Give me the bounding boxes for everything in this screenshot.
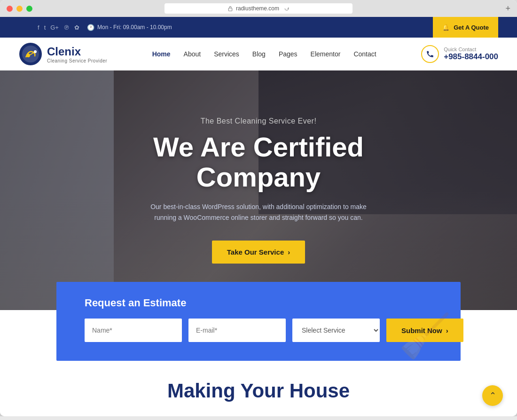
browser-window: radiustheme.com + f t G+ ℗ ✿ 🕐 Mon - Fri… — [0, 0, 517, 416]
twitter-icon[interactable]: t — [44, 24, 46, 31]
logo-area: Clenix Cleaning Service Provider — [19, 42, 107, 66]
below-fold-section: Making Your House — [0, 361, 517, 416]
snapchat-icon[interactable]: ✿ — [74, 24, 79, 31]
clock-icon: 🕐 — [87, 24, 94, 31]
hero-description: Our best-in-class WordPress solution, wi… — [141, 202, 376, 224]
svg-rect-0 — [228, 8, 232, 11]
nav-contact[interactable]: Contact — [353, 50, 376, 58]
header: Clenix Cleaning Service Provider Home Ab… — [0, 38, 517, 70]
submit-arrow: › — [446, 327, 448, 334]
lock-icon — [227, 6, 233, 11]
maximize-button[interactable] — [26, 6, 32, 12]
hero-title: We Are Certified Company — [94, 132, 423, 192]
name-input[interactable] — [85, 319, 182, 342]
facebook-icon[interactable]: f — [38, 24, 39, 31]
logo-text: Clenix Cleaning Service Provider — [47, 45, 107, 63]
phone-svg — [426, 50, 434, 58]
estimate-section: 🧹 Request an Estimate Slelect Service Re… — [56, 282, 461, 361]
mac-titlebar: radiustheme.com + — [0, 0, 517, 17]
get-quote-label: Get A Quote — [454, 24, 489, 31]
new-tab-button[interactable]: + — [505, 4, 510, 14]
nav-services[interactable]: Services — [214, 50, 239, 58]
nav-elementor[interactable]: Elementor — [311, 50, 341, 58]
email-input[interactable] — [188, 319, 286, 342]
close-button[interactable] — [7, 6, 13, 12]
nav-about[interactable]: About — [184, 50, 201, 58]
cta-button[interactable]: Take Our Service › — [212, 241, 305, 264]
nav-pages[interactable]: Pages — [279, 50, 298, 58]
hero-section: The Best Cleaning Service Ever! We Are C… — [0, 70, 517, 310]
refresh-icon[interactable] — [284, 6, 290, 11]
nav-blog[interactable]: Blog — [252, 50, 266, 58]
scroll-top-button[interactable]: ⌃ — [482, 385, 503, 406]
submit-label: Submit Now — [401, 327, 442, 334]
address-bar[interactable]: radiustheme.com — [164, 3, 352, 14]
scroll-top-icon: ⌃ — [489, 390, 496, 401]
schedule-info: 🕐 Mon - Fri: 09.00am - 10.00pm — [87, 24, 172, 31]
googleplus-icon[interactable]: G+ — [50, 24, 59, 31]
nav-menu: Home About Services Blog Pages Elementor… — [152, 50, 376, 58]
url-text: radiustheme.com — [236, 5, 279, 12]
estimate-form: Slelect Service Residential Cleaning Com… — [85, 319, 432, 342]
minimize-button[interactable] — [16, 6, 23, 12]
contact-number: +985-8844-000 — [444, 52, 498, 62]
svg-point-4 — [34, 50, 37, 53]
get-quote-button[interactable]: 🔔 Get A Quote — [433, 17, 498, 38]
quick-contact: Quick Contact +985-8844-000 — [421, 45, 498, 63]
logo-icon — [19, 42, 42, 66]
hero-content: The Best Cleaning Service Ever! We Are C… — [0, 70, 517, 310]
nav-home[interactable]: Home — [152, 50, 171, 58]
top-bar: f t G+ ℗ ✿ 🕐 Mon - Fri: 09.00am - 10.00p… — [0, 17, 517, 38]
phone-icon — [421, 45, 439, 63]
social-icons: f t G+ ℗ ✿ — [38, 24, 79, 31]
below-fold-title: Making Your House — [38, 380, 479, 402]
logo-tagline: Cleaning Service Provider — [47, 58, 107, 63]
cta-arrow: › — [288, 248, 290, 256]
estimate-title: Request an Estimate — [85, 297, 432, 309]
hero-subtitle: The Best Cleaning Service Ever! — [201, 117, 317, 125]
submit-button[interactable]: Submit Now › — [386, 319, 463, 342]
contact-info: Quick Contact +985-8844-000 — [444, 47, 498, 62]
bell-icon: 🔔 — [442, 24, 450, 31]
service-select[interactable]: Slelect Service Residential Cleaning Com… — [292, 319, 380, 342]
schedule-text: Mon - Fri: 09.00am - 10.00pm — [97, 24, 172, 31]
cta-label: Take Our Service — [227, 248, 284, 256]
contact-label: Quick Contact — [444, 47, 498, 52]
pinterest-icon[interactable]: ℗ — [63, 24, 70, 31]
top-bar-left: f t G+ ℗ ✿ 🕐 Mon - Fri: 09.00am - 10.00p… — [38, 24, 172, 31]
logo-name: Clenix — [47, 45, 107, 58]
